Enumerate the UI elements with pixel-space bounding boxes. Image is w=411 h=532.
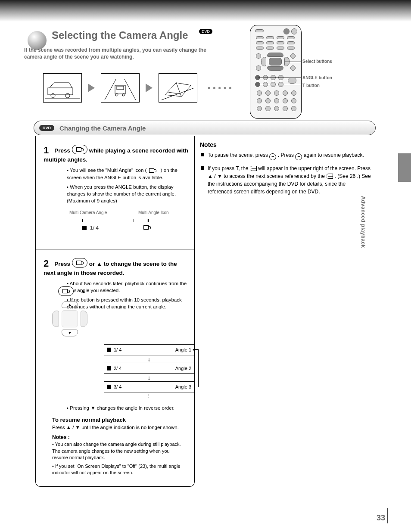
step-1: 1 Press while playing a scene recorded w… [36,136,194,249]
arrow-icon [146,84,153,92]
angle-scenes-row: ••••• [43,73,234,103]
note-inline-1: • You can also change the camera angle d… [52,441,184,461]
resume-body: Press ▲ / ▼ until the angle indication i… [52,425,189,430]
bar-badge: DVD [39,125,54,131]
flow-box-3: 3/ 4 Angle 3 [104,381,194,392]
page-number: 33 [377,513,385,523]
steps-box: 1 Press while playing a scene recorded w… [35,136,195,487]
remote-label-angle: ANGLE button [302,75,332,81]
step2-reverse-note: • Pressing ▼ changes the angle in revers… [67,405,189,411]
t-tag-icon [326,174,333,179]
page-ref-icon: 23 [140,464,145,469]
top-gradient [0,0,411,22]
step2-heading: Press or ▲ to change the scene to the ne… [44,261,177,276]
notes-heading: Notes [200,140,371,149]
scene-angle-1 [43,73,82,103]
remote-illustration [250,25,302,121]
angle-button-icon [72,145,87,154]
svg-point-2 [65,93,70,98]
flow-box-2: 2/ 4 Angle 2 [104,363,194,374]
section-bar: DVD Changing the Camera Angle [34,121,376,135]
square-icon [107,385,111,389]
step-2: 2 Press or ▲ to change the scene to the … [36,249,194,481]
square-icon [82,226,87,230]
square-icon [107,366,111,370]
bar-title: Changing the Camera Angle [59,124,146,132]
scene-angle-3 [159,73,197,103]
side-label: Advanced playback [360,196,366,265]
remote-label-select: Select buttons [302,59,332,64]
note-2: If you press T, the will appear in the u… [200,165,371,196]
pause-icon: – [269,153,276,160]
side-tab [398,153,411,182]
page-rule [387,508,388,523]
arrow-icon [88,84,95,92]
remote-label-t: T button [302,83,320,88]
step1-sub2: • When you press the ANGLE button, the d… [67,184,189,204]
t-tag-icon [250,166,257,171]
dvd-badge: DVD [199,29,212,34]
pause-icon: – [295,153,302,160]
dpad-icon: ▲ ▼ [52,301,87,336]
multi-angle-icon [143,224,154,231]
note-1: To pause the scene, press – . Press – ag… [200,151,371,160]
angle-button-icon [72,258,87,268]
page-ref: 26 [350,173,355,179]
angle-flow: 1/ 4 Angle 1 ↓ 2/ 4 Angle 2 ↓ 3/ 4 Angle… [104,344,194,399]
notes-column: Notes To pause the scene, press – . Pres… [200,140,371,200]
notes-inline-label: Notes : [52,434,189,440]
note-inline-2: • If you set "On Screen Displays" to "Of… [52,463,184,476]
step-number: 1 [44,145,53,156]
ellipsis-icon: ••••• [208,84,234,93]
svg-rect-5 [117,86,124,90]
square-icon [107,348,111,352]
osd-example: Multi Camera Angle Multi Angle Icon 1/ 4 [65,210,181,244]
step1-sub1: • You will see the "Multi Angle" icon ( … [67,167,189,181]
page-title: Selecting the Camera Angle [52,29,188,41]
step-number: 2 [44,258,53,269]
multi-angle-icon [148,167,159,174]
page-description: If the scene was recorded from multiple … [24,47,214,60]
flow-box-1: 1/ 4 Angle 1 [104,344,194,355]
resume-heading: To resume normal playback [52,417,189,423]
step1-heading: Press while playing a scene recorded wit… [44,147,188,163]
scene-angle-2 [101,73,140,103]
svg-point-1 [51,93,55,98]
angle-button-icon [58,286,74,296]
